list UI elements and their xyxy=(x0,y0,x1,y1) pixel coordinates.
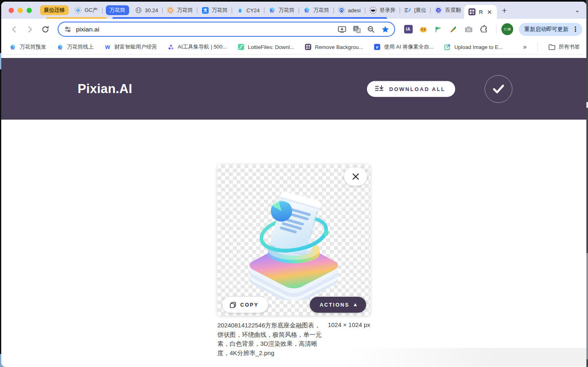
tab-group-label-yellow[interactable]: 展位迁移 xyxy=(40,5,69,15)
extensions-puzzle-button[interactable] xyxy=(479,24,489,34)
image-dimensions: 1024 × 1024 px xyxy=(328,321,370,328)
svg-text:译: 译 xyxy=(437,9,440,12)
close-window-button[interactable] xyxy=(9,8,14,13)
ia-icon: IA xyxy=(404,25,413,33)
bookmarks-divider xyxy=(537,43,538,51)
all-bookmarks-label: 所有书签 xyxy=(559,43,580,51)
url-text[interactable]: pixian.ai xyxy=(76,26,99,33)
gem-icon xyxy=(303,7,311,14)
bookmark-label: LottieFiles: Downl... xyxy=(248,44,294,50)
bookmark-ai-nav[interactable]: AI工具集导航 | 500... xyxy=(168,43,227,51)
water-drop-icon xyxy=(236,7,244,14)
tab-pixian-active[interactable]: R ✕ xyxy=(464,5,497,19)
copy-button[interactable]: COPY xyxy=(222,297,268,313)
tune-icon[interactable] xyxy=(64,25,72,33)
alipay-icon: 支 xyxy=(201,7,209,14)
puzzle-icon xyxy=(479,25,488,34)
browser-toolbar: pixian.ai 文G IA xyxy=(1,19,586,40)
tab-label: 万花筒 xyxy=(212,7,228,14)
tab-group-underline-yellow xyxy=(46,17,107,19)
tab-separator xyxy=(430,7,431,13)
tab-label: [展位 xyxy=(414,7,427,14)
tab-separator xyxy=(400,7,400,13)
tab-strip: 展位迁移 GC产 万花筒 30.24 万花筒 xyxy=(1,2,586,19)
download-all-button[interactable]: DOWNLOAD ALL xyxy=(367,81,455,97)
tab-kaleidoscope-1[interactable]: 万花筒 xyxy=(163,2,196,19)
new-tab-button[interactable]: + xyxy=(502,6,507,15)
extension-tiger[interactable] xyxy=(418,24,428,34)
zoom-out-icon[interactable] xyxy=(367,25,375,33)
install-app-icon[interactable] xyxy=(338,25,347,33)
folder-icon xyxy=(548,44,555,51)
result-image-3d-chart[interactable] xyxy=(235,186,353,300)
bookmark-wealth[interactable]: W 财富智能用户经营 xyxy=(104,43,157,51)
extension-camera[interactable] xyxy=(464,24,474,34)
tab-separator xyxy=(102,7,103,13)
address-bar[interactable]: pixian.ai 文G xyxy=(58,22,395,37)
bookmark-star-icon[interactable] xyxy=(381,25,389,33)
tab-kaleidoscope-alipay[interactable]: 支 万花筒 xyxy=(198,2,231,19)
tab-separator xyxy=(264,7,264,13)
bookmark-kaleido-pre[interactable]: 万花筒预发 xyxy=(9,43,46,51)
maximize-window-button[interactable] xyxy=(27,8,32,13)
restart-label: 重新启动即可更新 xyxy=(524,26,568,33)
extension-feather[interactable] xyxy=(449,24,458,34)
bat-icon xyxy=(369,7,377,14)
tab-gc[interactable]: GC产 xyxy=(71,2,101,19)
tab-separator xyxy=(162,7,163,13)
bookmarks-overflow-chevron[interactable]: » xyxy=(523,43,527,51)
svg-text:支: 支 xyxy=(203,8,208,13)
bookmark-vectorizer[interactable]: v 使用 AI 将像素全自... xyxy=(374,43,434,51)
tab-adesign[interactable]: adesi xyxy=(335,2,364,19)
bookmark-label: Upload Image to E... xyxy=(454,44,503,50)
tab-kaleidoscope-3[interactable]: 万花筒 xyxy=(300,2,333,19)
restart-to-update-button[interactable]: 重新启动即可更新 ⋮ xyxy=(519,23,582,36)
w-icon: W xyxy=(104,44,111,51)
tab-login[interactable]: 登录异 xyxy=(366,2,399,19)
close-preview-button[interactable] xyxy=(344,167,367,186)
tab-zhanwei-doc[interactable]: [展位 xyxy=(401,2,430,19)
bookmark-lottiefiles[interactable]: LottieFiles: Downl... xyxy=(237,44,294,51)
selected-check-circle[interactable] xyxy=(485,75,512,103)
toolbar-divider xyxy=(496,25,496,34)
external-link-icon xyxy=(444,44,451,51)
pixian-logo[interactable]: Pixian.AI xyxy=(78,82,132,96)
extension-ia[interactable]: IA xyxy=(403,24,413,34)
tab-cy24[interactable]: CY24 xyxy=(233,2,263,19)
back-button[interactable] xyxy=(8,23,21,36)
tab-3024[interactable]: 30.24 xyxy=(132,2,162,19)
tab-label: 万花筒 xyxy=(313,7,329,14)
all-bookmarks-button[interactable]: 所有书签 xyxy=(548,43,580,51)
reload-button[interactable] xyxy=(39,23,52,36)
feather-doc-icon xyxy=(404,7,411,14)
actions-button[interactable]: ACTIONS ▲ xyxy=(310,297,366,313)
gem-icon xyxy=(268,7,276,14)
tab-kaleidoscope-2[interactable]: 万花筒 xyxy=(265,2,298,19)
baidu-translate-icon: 译 xyxy=(435,7,442,14)
tab-separator xyxy=(299,7,299,13)
extension-flag[interactable] xyxy=(434,24,443,34)
bookmark-label: 使用 AI 将像素全自... xyxy=(384,43,434,51)
tab-group-label-blue[interactable]: 万花筒 xyxy=(106,5,129,15)
download-all-label: DOWNLOAD ALL xyxy=(389,86,445,92)
tab-close-icon[interactable]: ✕ xyxy=(486,9,493,15)
tiger-icon xyxy=(419,25,428,33)
bookmark-label: 万花筒预发 xyxy=(20,43,46,51)
tab-label: 30.24 xyxy=(145,7,159,13)
profile-avatar[interactable]: 仁浦 xyxy=(501,23,513,35)
translate-icon[interactable]: 文G xyxy=(353,25,361,33)
copy-icon xyxy=(230,302,236,308)
gc-favicon xyxy=(74,7,82,14)
forward-button[interactable] xyxy=(23,23,36,36)
tab-baidu-translate[interactable]: 译 百度翻 xyxy=(431,2,464,19)
bookmark-kaleido-online[interactable]: 万花筒线上 xyxy=(57,43,94,51)
tab-search-chevron-icon[interactable]: ⌄ xyxy=(575,7,580,14)
tab-label: CY24 xyxy=(246,7,260,13)
bookmark-remove-background[interactable]: Remove Backgrou... xyxy=(305,44,363,51)
browser-menu-kebab-icon[interactable]: ⋮ xyxy=(571,25,580,33)
bookmark-label: 万花筒线上 xyxy=(67,43,94,51)
gem-icon xyxy=(9,44,16,51)
extensions-row: IA xyxy=(403,24,489,34)
minimize-window-button[interactable] xyxy=(18,8,23,13)
bookmark-upload-image[interactable]: Upload Image to E... xyxy=(444,44,503,51)
